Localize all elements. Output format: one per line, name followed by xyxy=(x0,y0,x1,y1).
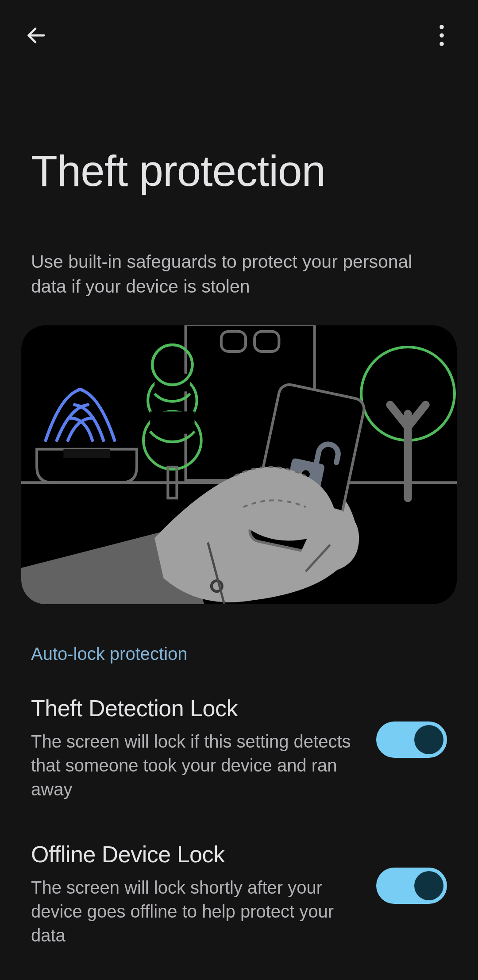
svg-rect-12 xyxy=(154,374,190,391)
page-subtitle: Use built-in safeguards to protect your … xyxy=(0,196,478,299)
setting-description: The screen will lock shortly after your … xyxy=(31,876,358,947)
setting-title: Theft Detection Lock xyxy=(31,695,358,721)
svg-rect-6 xyxy=(254,332,279,351)
setting-title: Offline Device Lock xyxy=(31,841,358,868)
section-header-auto-lock: Auto-lock protection xyxy=(0,604,478,664)
page-title: Theft protection xyxy=(0,53,478,196)
setting-text-block: Offline Device Lock The screen will lock… xyxy=(31,841,358,947)
switch-container xyxy=(376,841,447,904)
svg-point-1 xyxy=(439,25,444,29)
toggle-thumb xyxy=(414,871,443,900)
more-options-button[interactable] xyxy=(428,21,456,50)
app-bar xyxy=(0,0,478,53)
toggle-thumb xyxy=(414,725,443,754)
arrow-back-icon xyxy=(25,24,48,47)
theft-illustration xyxy=(21,325,457,604)
svg-point-3 xyxy=(439,42,444,46)
more-vert-icon xyxy=(439,25,444,46)
setting-text-block: Theft Detection Lock The screen will loc… xyxy=(31,695,358,801)
illustration-container xyxy=(21,325,457,604)
setting-theft-detection-lock[interactable]: Theft Detection Lock The screen will loc… xyxy=(0,664,478,801)
back-button[interactable] xyxy=(22,21,50,50)
setting-offline-device-lock[interactable]: Offline Device Lock The screen will lock… xyxy=(0,801,478,947)
svg-rect-8 xyxy=(63,449,110,458)
svg-point-2 xyxy=(439,33,444,38)
switch-container xyxy=(376,695,447,758)
svg-rect-5 xyxy=(221,332,246,351)
theft-detection-toggle[interactable] xyxy=(376,721,447,758)
setting-description: The screen will lock if this setting det… xyxy=(31,729,358,801)
offline-device-toggle[interactable] xyxy=(376,868,447,904)
svg-rect-13 xyxy=(150,412,194,434)
